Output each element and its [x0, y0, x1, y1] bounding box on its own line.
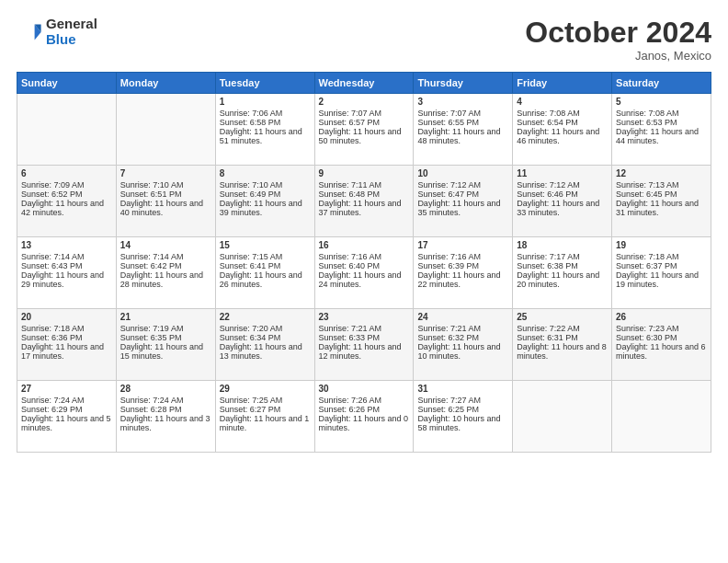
- table-row: 29Sunrise: 7:25 AMSunset: 6:27 PMDayligh…: [215, 381, 314, 453]
- sunset-text: Sunset: 6:39 PM: [417, 261, 479, 270]
- day-number: 14: [120, 240, 211, 250]
- month-title: October 2024: [525, 17, 711, 49]
- sunrise-text: Sunrise: 7:08 AM: [517, 109, 580, 118]
- sunset-text: Sunset: 6:27 PM: [220, 405, 281, 414]
- sunset-text: Sunset: 6:32 PM: [417, 333, 479, 342]
- daylight-text: Daylight: 11 hours and 10 minutes.: [417, 342, 500, 361]
- day-number: 16: [319, 240, 410, 250]
- daylight-text: Daylight: 11 hours and 3 minutes.: [120, 414, 210, 432]
- col-thursday: Thursday: [414, 73, 513, 94]
- daylight-text: Daylight: 11 hours and 19 minutes.: [616, 270, 699, 289]
- sunset-text: Sunset: 6:42 PM: [120, 261, 182, 270]
- sunrise-text: Sunrise: 7:08 AM: [616, 109, 679, 118]
- daylight-text: Daylight: 11 hours and 39 minutes.: [220, 199, 302, 217]
- sunrise-text: Sunrise: 7:07 AM: [417, 109, 481, 118]
- table-row: 27Sunrise: 7:24 AMSunset: 6:29 PMDayligh…: [17, 381, 117, 453]
- daylight-text: Daylight: 11 hours and 0 minutes.: [319, 414, 409, 432]
- day-number: 29: [220, 384, 311, 394]
- daylight-text: Daylight: 11 hours and 44 minutes.: [616, 127, 699, 145]
- sunset-text: Sunset: 6:34 PM: [220, 333, 281, 342]
- logo: General Blue: [17, 17, 97, 47]
- table-row: 1Sunrise: 7:06 AMSunset: 6:58 PMDaylight…: [215, 94, 314, 166]
- daylight-text: Daylight: 11 hours and 12 minutes.: [319, 342, 402, 361]
- col-sunday: Sunday: [17, 73, 117, 94]
- sunrise-text: Sunrise: 7:09 AM: [21, 180, 85, 190]
- day-number: 5: [616, 97, 707, 107]
- table-row: 23Sunrise: 7:21 AMSunset: 6:33 PMDayligh…: [314, 309, 414, 381]
- table-row: 7Sunrise: 7:10 AMSunset: 6:51 PMDaylight…: [116, 166, 215, 237]
- logo-blue: Blue: [46, 32, 97, 48]
- sunset-text: Sunset: 6:30 PM: [616, 333, 677, 342]
- day-number: 27: [21, 384, 112, 394]
- daylight-text: Daylight: 11 hours and 46 minutes.: [517, 127, 599, 145]
- table-row: 8Sunrise: 7:10 AMSunset: 6:49 PMDaylight…: [215, 166, 314, 237]
- sunrise-text: Sunrise: 7:26 AM: [319, 396, 382, 405]
- table-row: [17, 94, 117, 166]
- page-header: General Blue October 2024 Janos, Mexico: [17, 17, 711, 63]
- day-number: 9: [319, 168, 410, 178]
- daylight-text: Daylight: 11 hours and 6 minutes.: [616, 342, 706, 361]
- sunrise-text: Sunrise: 7:17 AM: [517, 252, 580, 261]
- sunrise-text: Sunrise: 7:13 AM: [616, 180, 679, 190]
- table-row: 10Sunrise: 7:12 AMSunset: 6:47 PMDayligh…: [414, 166, 513, 237]
- sunrise-text: Sunrise: 7:16 AM: [417, 252, 481, 261]
- day-number: 22: [220, 312, 311, 322]
- day-number: 2: [319, 97, 410, 107]
- table-row: 12Sunrise: 7:13 AMSunset: 6:45 PMDayligh…: [612, 166, 711, 237]
- day-number: 13: [21, 240, 112, 250]
- sunset-text: Sunset: 6:28 PM: [120, 405, 182, 414]
- day-number: 30: [319, 384, 410, 394]
- sunrise-text: Sunrise: 7:19 AM: [120, 324, 184, 333]
- daylight-text: Daylight: 11 hours and 17 minutes.: [21, 342, 104, 361]
- col-friday: Friday: [513, 73, 612, 94]
- table-row: 16Sunrise: 7:16 AMSunset: 6:40 PMDayligh…: [314, 237, 414, 309]
- daylight-text: Daylight: 11 hours and 37 minutes.: [319, 199, 402, 217]
- logo-general: General: [46, 17, 97, 32]
- sunset-text: Sunset: 6:33 PM: [319, 333, 381, 342]
- table-row: 15Sunrise: 7:15 AMSunset: 6:41 PMDayligh…: [215, 237, 314, 309]
- day-number: 11: [517, 168, 608, 178]
- daylight-text: Daylight: 11 hours and 40 minutes.: [120, 199, 203, 217]
- day-number: 18: [517, 240, 608, 250]
- day-number: 17: [417, 240, 508, 250]
- sunrise-text: Sunrise: 7:18 AM: [21, 324, 85, 333]
- sunrise-text: Sunrise: 7:21 AM: [319, 324, 382, 333]
- sunrise-text: Sunrise: 7:10 AM: [220, 180, 283, 190]
- sunset-text: Sunset: 6:57 PM: [319, 118, 381, 127]
- day-number: 19: [616, 240, 707, 250]
- table-row: [116, 94, 215, 166]
- title-block: October 2024 Janos, Mexico: [525, 17, 711, 63]
- sunset-text: Sunset: 6:31 PM: [517, 333, 578, 342]
- day-number: 4: [517, 97, 608, 107]
- table-row: 2Sunrise: 7:07 AMSunset: 6:57 PMDaylight…: [314, 94, 414, 166]
- daylight-text: Daylight: 11 hours and 42 minutes.: [21, 199, 104, 217]
- sunrise-text: Sunrise: 7:25 AM: [220, 396, 283, 405]
- sunset-text: Sunset: 6:48 PM: [319, 190, 381, 199]
- daylight-text: Daylight: 11 hours and 50 minutes.: [319, 127, 402, 145]
- table-row: 5Sunrise: 7:08 AMSunset: 6:53 PMDaylight…: [612, 94, 711, 166]
- table-row: [513, 381, 612, 453]
- sunset-text: Sunset: 6:37 PM: [616, 261, 677, 270]
- sunset-text: Sunset: 6:47 PM: [417, 190, 479, 199]
- sunset-text: Sunset: 6:25 PM: [417, 405, 479, 414]
- table-row: 14Sunrise: 7:14 AMSunset: 6:42 PMDayligh…: [116, 237, 215, 309]
- table-row: 31Sunrise: 7:27 AMSunset: 6:25 PMDayligh…: [414, 381, 513, 453]
- col-saturday: Saturday: [612, 73, 711, 94]
- calendar-week-1: 1Sunrise: 7:06 AMSunset: 6:58 PMDaylight…: [17, 94, 711, 166]
- table-row: 22Sunrise: 7:20 AMSunset: 6:34 PMDayligh…: [215, 309, 314, 381]
- table-row: 6Sunrise: 7:09 AMSunset: 6:52 PMDaylight…: [17, 166, 117, 237]
- sunrise-text: Sunrise: 7:12 AM: [417, 180, 481, 190]
- day-number: 3: [417, 97, 508, 107]
- col-wednesday: Wednesday: [314, 73, 414, 94]
- table-row: 30Sunrise: 7:26 AMSunset: 6:26 PMDayligh…: [314, 381, 414, 453]
- sunrise-text: Sunrise: 7:24 AM: [120, 396, 184, 405]
- sunrise-text: Sunrise: 7:10 AM: [120, 180, 184, 190]
- col-tuesday: Tuesday: [215, 73, 314, 94]
- table-row: 21Sunrise: 7:19 AMSunset: 6:35 PMDayligh…: [116, 309, 215, 381]
- sunrise-text: Sunrise: 7:11 AM: [319, 180, 382, 190]
- daylight-text: Daylight: 10 hours and 58 minutes.: [417, 414, 500, 432]
- daylight-text: Daylight: 11 hours and 5 minutes.: [21, 414, 111, 432]
- sunset-text: Sunset: 6:40 PM: [319, 261, 381, 270]
- daylight-text: Daylight: 11 hours and 35 minutes.: [417, 199, 500, 217]
- day-number: 25: [517, 312, 608, 322]
